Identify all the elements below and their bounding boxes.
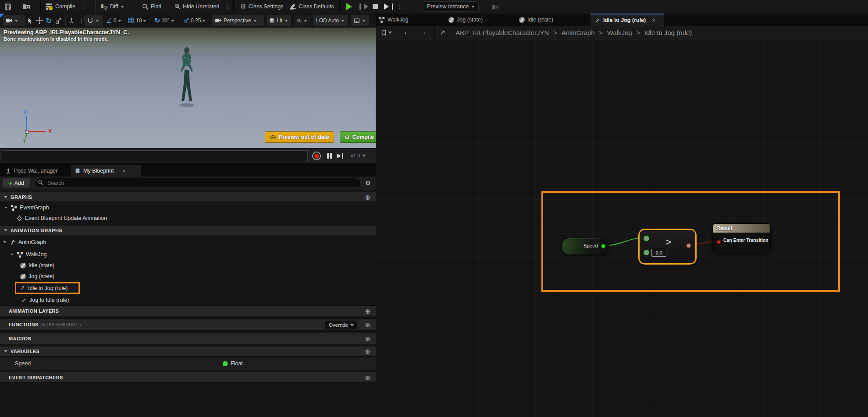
class-defaults-button[interactable]: Class Defaults — [289, 0, 334, 13]
tree-item-idle-state[interactable]: Idle (state) — [0, 261, 396, 270]
add-animation-layer-icon[interactable]: ⊕ — [365, 307, 370, 314]
screenshot-button[interactable] — [351, 15, 369, 26]
add-variable-icon[interactable]: ⊕ — [365, 348, 370, 355]
select-tool-icon[interactable] — [27, 15, 33, 26]
browse-asset-icon[interactable] — [23, 0, 30, 13]
class-settings-button[interactable]: ⚙ Class Settings — [240, 0, 283, 13]
add-event-dispatcher-icon[interactable]: ⊕ — [365, 374, 370, 381]
location-snap-button[interactable]: 0 — [106, 15, 121, 26]
breadcrumb-item-blueprint[interactable]: ABP_IRLPlayableCharacterJYN — [455, 29, 549, 36]
section-animation-layers[interactable]: ANIMATION LAYERS ⊕ — [0, 305, 376, 316]
animation-graphs-collapse-icon[interactable] — [4, 229, 7, 231]
transform-options-icon[interactable]: ⋮ — [79, 15, 84, 26]
close-icon[interactable]: × — [122, 168, 126, 174]
lod-dropdown[interactable]: LOD Auto — [313, 15, 348, 26]
variables-collapse-icon[interactable] — [4, 350, 7, 353]
transition-graph-canvas[interactable]: Speed 0.0 > Result Can Enter Transition — [376, 40, 868, 417]
hide-unrelated-button[interactable]: Hide Unrelated ⋮ — [174, 0, 230, 13]
animgraph-collapse-icon[interactable] — [4, 241, 7, 243]
tab-pose-watch-manager[interactable]: Pose Wa...anager — [2, 165, 61, 177]
tree-item-eventgraph[interactable]: EventGraph — [0, 203, 379, 212]
add-function-icon[interactable]: ⊕ — [365, 322, 370, 328]
forward-button[interactable]: → — [419, 27, 427, 37]
preview-instance-dropdown[interactable]: Preview Instance — [423, 0, 479, 13]
add-macro-icon[interactable]: ⊕ — [365, 336, 370, 342]
scale-tool-icon[interactable] — [55, 15, 62, 26]
result-node[interactable]: Result Can Enter Transition — [712, 223, 771, 252]
timeline-scrubber[interactable] — [2, 150, 308, 162]
tree-item-idle-to-jog-rule-highlighted[interactable]: Idle to Jog (rule) — [15, 282, 80, 294]
play-button[interactable] — [346, 0, 352, 13]
tree-item-jog-to-idle-rule[interactable]: Jog to Idle (rule) — [0, 295, 397, 305]
compare-output-pin[interactable] — [686, 243, 691, 248]
section-graphs[interactable]: GRAPHS ⊕ — [0, 192, 376, 202]
section-macros[interactable]: MACROS ⊕ — [0, 333, 376, 344]
preview-viewport[interactable]: Previewing ABP_IRLPlayableCharacterJYN_C… — [0, 28, 376, 148]
rotation-snap-button[interactable]: ↻ 10° — [154, 15, 174, 26]
record-button[interactable] — [312, 152, 321, 160]
graphs-collapse-icon[interactable] — [4, 196, 7, 198]
pivot-tool-icon[interactable] — [68, 15, 75, 26]
walkjog-collapse-icon[interactable] — [11, 254, 14, 255]
show-flags-button[interactable] — [294, 15, 310, 26]
search-settings-gear-icon[interactable]: ⚙ — [365, 180, 371, 187]
scale-snap-button[interactable]: 0.25 — [183, 15, 206, 26]
close-icon[interactable]: × — [652, 17, 655, 24]
compare-input-b-pin[interactable] — [644, 250, 649, 255]
speed-variable-node[interactable]: Speed — [562, 238, 609, 255]
speed-output-pin[interactable] — [601, 244, 606, 249]
step-forward-button[interactable] — [337, 153, 343, 159]
variable-row-speed[interactable]: Speed Float — [0, 357, 391, 370]
perspective-dropdown[interactable]: Perspective — [212, 15, 264, 26]
graph-tab-idle-state[interactable]: Idle (state) — [519, 14, 553, 26]
playback-speed-dropdown[interactable]: x1.0 — [351, 153, 366, 158]
hide-unrelated-icon — [174, 3, 181, 10]
lit-dropdown[interactable]: Lit — [267, 15, 291, 26]
graph-tab-jog-state[interactable]: Jog (state) — [448, 14, 483, 26]
tree-item-event-update-animation[interactable]: Event Blueprint Update Animation — [0, 213, 392, 223]
override-dropdown[interactable]: Override — [325, 321, 357, 329]
play-options-icon[interactable]: ⋮ — [397, 0, 403, 13]
bookmark-dropdown[interactable] — [381, 29, 392, 36]
compile-button[interactable]: ? Compile ⋮ — [46, 0, 86, 13]
frame-skip-button[interactable] — [359, 0, 368, 13]
compare-default-value-field[interactable]: 0.0 — [651, 249, 666, 257]
section-variables[interactable]: VARIABLES ⊕ — [0, 346, 376, 357]
preview-out-of-date-button[interactable]: Preview out of date — [265, 131, 334, 143]
add-graph-icon[interactable]: ⊕ — [365, 194, 370, 200]
save-icon[interactable] — [4, 0, 11, 13]
section-event-dispatchers[interactable]: EVENT DISPATCHERS ⊕ — [0, 372, 376, 383]
search-input[interactable] — [35, 178, 361, 188]
viewport-compile-button[interactable]: ⚙ Compile — [340, 131, 376, 143]
snap-actor-button[interactable] — [84, 15, 103, 26]
breadcrumb-item-idle-to-jog[interactable]: Idle to Jog (rule) — [644, 29, 692, 36]
eventgraph-collapse-icon[interactable] — [4, 207, 7, 208]
rotate-tool-icon[interactable]: ↻ — [46, 15, 52, 26]
tab-my-blueprint[interactable]: My Blueprint × — [71, 165, 141, 177]
greater-than-node[interactable]: 0.0 > — [640, 230, 695, 263]
section-functions[interactable]: FUNCTIONS (5 OVERRIDABLE) Override ⊕ — [0, 318, 376, 331]
breadcrumb-item-walkjog[interactable]: WalkJog — [607, 29, 632, 36]
tree-item-jog-state[interactable]: Jog (state) — [0, 272, 396, 281]
graph-tab-idle-to-jog-rule[interactable]: Idle to Jog (rule) × — [591, 14, 664, 26]
section-animation-graphs[interactable]: ANIMATION GRAPHS — [0, 225, 376, 235]
pause-button[interactable] — [327, 153, 332, 159]
hide-unrelated-options-icon[interactable]: ⋮ — [224, 4, 230, 10]
graph-tab-walkjog[interactable]: WalkJog — [378, 14, 408, 26]
tree-item-walkjog[interactable]: WalkJog — [0, 250, 385, 259]
compare-input-a-pin[interactable] — [644, 236, 649, 241]
can-enter-transition-pin[interactable] — [716, 240, 721, 244]
back-button[interactable]: ← — [403, 27, 411, 37]
advance-button[interactable] — [384, 0, 393, 13]
stop-button[interactable] — [373, 0, 378, 13]
viewport-options-button[interactable] — [3, 15, 25, 26]
compile-options-icon[interactable]: ⋮ — [80, 4, 86, 10]
move-tool-icon[interactable] — [36, 15, 43, 26]
add-button[interactable]: + Add — [2, 178, 30, 188]
diff-button[interactable]: Diff — [101, 0, 124, 13]
browse-instance-icon[interactable] — [492, 0, 499, 13]
find-button[interactable]: Find — [142, 0, 161, 13]
breadcrumb-item-animgraph[interactable]: AnimGraph — [562, 29, 595, 36]
grid-snap-button[interactable]: 10 — [128, 15, 146, 26]
tree-item-animgraph[interactable]: AnimGraph — [0, 237, 378, 247]
